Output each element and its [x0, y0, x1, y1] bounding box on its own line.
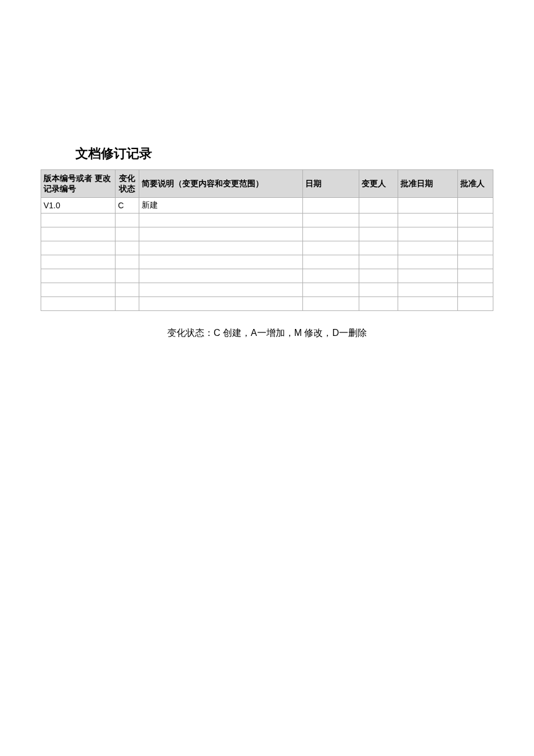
cell-state	[116, 269, 139, 283]
table-row	[41, 269, 493, 283]
cell-state	[116, 283, 139, 297]
cell-appdate	[398, 198, 458, 214]
cell-appdate	[398, 255, 458, 269]
cell-version	[41, 283, 116, 297]
table-row	[41, 214, 493, 227]
header-desc: 简要说明（变更内容和变更范围）	[139, 170, 303, 198]
header-date: 日期	[303, 170, 359, 198]
table-row	[41, 297, 493, 311]
cell-approver	[457, 255, 493, 269]
cell-state	[116, 227, 139, 241]
cell-date	[303, 241, 359, 255]
cell-date	[303, 227, 359, 241]
cell-date	[303, 198, 359, 214]
table-row	[41, 241, 493, 255]
cell-date	[303, 297, 359, 311]
cell-state: C	[116, 198, 139, 214]
cell-version	[41, 241, 116, 255]
cell-date	[303, 255, 359, 269]
cell-date	[303, 269, 359, 283]
table-row	[41, 283, 493, 297]
cell-desc	[139, 227, 303, 241]
cell-changer	[359, 241, 398, 255]
cell-desc	[139, 255, 303, 269]
header-changer: 变更人	[359, 170, 398, 198]
table-row	[41, 227, 493, 241]
cell-state	[116, 297, 139, 311]
cell-appdate	[398, 241, 458, 255]
cell-approver	[457, 283, 493, 297]
cell-desc	[139, 269, 303, 283]
cell-approver	[457, 198, 493, 214]
cell-desc	[139, 214, 303, 227]
cell-changer	[359, 297, 398, 311]
cell-appdate	[398, 269, 458, 283]
legend-text: 变化状态：C 创建，A一增加，M 修改，D一删除	[41, 327, 493, 339]
cell-approver	[457, 297, 493, 311]
cell-state	[116, 241, 139, 255]
cell-desc: 新建	[139, 198, 303, 214]
cell-changer	[359, 283, 398, 297]
cell-changer	[359, 269, 398, 283]
cell-changer	[359, 255, 398, 269]
cell-desc	[139, 241, 303, 255]
cell-version	[41, 297, 116, 311]
revision-table: 版本编号或者 更改记录编号 变化 状态 简要说明（变更内容和变更范围） 日期 变…	[41, 169, 493, 311]
cell-desc	[139, 283, 303, 297]
cell-changer	[359, 214, 398, 227]
cell-version	[41, 214, 116, 227]
cell-version	[41, 227, 116, 241]
cell-version	[41, 255, 116, 269]
cell-version	[41, 269, 116, 283]
cell-appdate	[398, 297, 458, 311]
document-title: 文档修订记录	[75, 145, 493, 162]
cell-state	[116, 214, 139, 227]
cell-state	[116, 255, 139, 269]
table-header-row: 版本编号或者 更改记录编号 变化 状态 简要说明（变更内容和变更范围） 日期 变…	[41, 170, 493, 198]
table-row: V1.0 C 新建	[41, 198, 493, 214]
cell-appdate	[398, 283, 458, 297]
cell-changer	[359, 198, 398, 214]
header-version: 版本编号或者 更改记录编号	[41, 170, 116, 198]
cell-approver	[457, 269, 493, 283]
cell-date	[303, 283, 359, 297]
cell-appdate	[398, 227, 458, 241]
table-row	[41, 255, 493, 269]
header-approver: 批准人	[457, 170, 493, 198]
cell-approver	[457, 241, 493, 255]
cell-approver	[457, 227, 493, 241]
cell-desc	[139, 297, 303, 311]
cell-approver	[457, 214, 493, 227]
header-state: 变化 状态	[116, 170, 139, 198]
cell-changer	[359, 227, 398, 241]
cell-appdate	[398, 214, 458, 227]
cell-date	[303, 214, 359, 227]
cell-version: V1.0	[41, 198, 116, 214]
header-appdate: 批准日期	[398, 170, 458, 198]
